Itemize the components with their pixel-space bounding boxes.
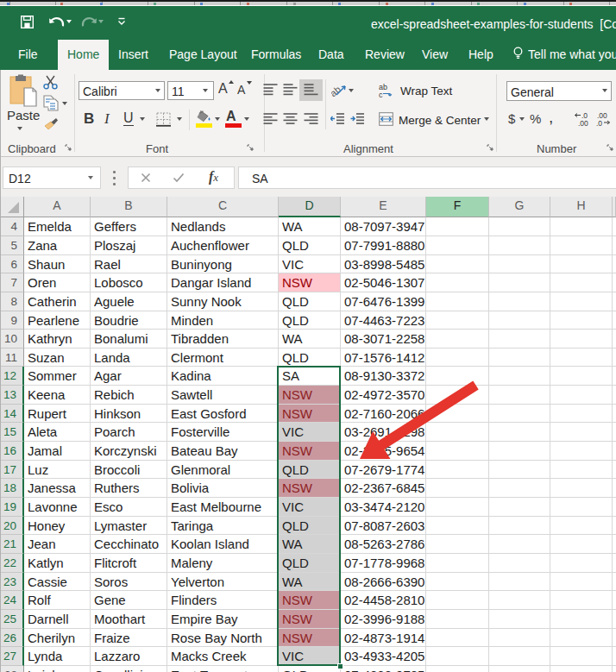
svg-text:.0: .0 — [596, 119, 602, 127]
svg-text:.00: .00 — [578, 119, 588, 127]
svg-text:c: c — [379, 91, 383, 99]
